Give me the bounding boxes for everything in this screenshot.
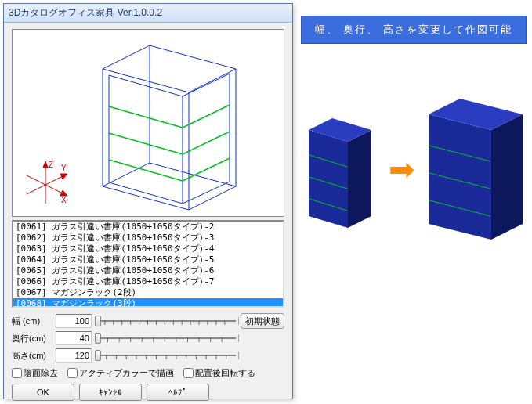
param-label-height: 高さ(cm): [12, 350, 56, 362]
large-shelf-illustration: [425, 95, 527, 243]
depth-slider[interactable]: [95, 331, 237, 345]
list-item[interactable]: [0061] ガラス引違い書庫(1050+1050タイプ)-2: [13, 222, 283, 233]
list-item[interactable]: [0062] ガラス引違い書庫(1050+1050タイプ)-3: [13, 233, 283, 243]
width-input[interactable]: [56, 314, 92, 328]
list-item[interactable]: [0065] ガラス引違い書庫(1050+1050タイプ)-6: [13, 265, 283, 276]
item-listbox[interactable]: [0061] ガラス引違い書庫(1050+1050タイプ)-2[0062] ガラ…: [12, 220, 284, 308]
list-item[interactable]: [0068] マガジンラック(3段): [13, 298, 283, 308]
list-item[interactable]: [0063] ガラス引違い書庫(1050+1050タイプ)-4: [13, 243, 283, 254]
axis-y-label: Y: [61, 164, 67, 172]
svg-line-13: [27, 185, 45, 194]
param-row-width: 幅 (cm) 初期状態: [12, 312, 284, 330]
height-input[interactable]: [56, 348, 92, 363]
small-shelf-illustration: [301, 106, 379, 232]
height-slider[interactable]: [95, 348, 237, 363]
cancel-button[interactable]: ｷｬﾝｾﾙ: [79, 384, 142, 401]
svg-marker-11: [60, 190, 67, 196]
param-label-depth: 奥行(cm): [12, 333, 56, 344]
param-label-width: 幅 (cm): [12, 316, 56, 327]
titlebar: 3Dカタログオフィス家具 Ver.1.0.0.2: [4, 4, 292, 23]
active-color-checkbox[interactable]: アクティブカラーで描画: [67, 367, 174, 379]
svg-marker-7: [43, 161, 48, 168]
depth-input[interactable]: [56, 331, 92, 345]
demo-area: ➡: [301, 91, 527, 247]
svg-line-3: [183, 132, 230, 154]
catalog-dialog: 3Dカタログオフィス家具 Ver.1.0.0.2: [3, 3, 293, 399]
ok-button[interactable]: OK: [12, 384, 74, 401]
reset-button[interactable]: 初期状態: [241, 313, 284, 329]
button-row: OK ｷｬﾝｾﾙ ﾍﾙﾌﾟ: [12, 384, 284, 401]
param-row-height: 高さ(cm): [12, 347, 284, 364]
list-item[interactable]: [0064] ガラス引違い書庫(1050+1050タイプ)-5: [13, 254, 283, 265]
explain-panel: 幅、 奥行、 高さを変更して作図可能 ➡: [301, 16, 527, 247]
window-title: 3Dカタログオフィス家具 Ver.1.0.0.2: [9, 6, 162, 20]
svg-line-0: [109, 106, 183, 128]
axis-z-label: Z: [49, 161, 53, 169]
arrow-icon: ➡: [389, 153, 415, 185]
axes-widget: Z Y X: [22, 160, 69, 207]
hidden-line-checkbox[interactable]: 陰面除去: [12, 367, 58, 379]
axis-x-label: X: [61, 196, 67, 204]
svg-line-5: [183, 158, 230, 181]
wireframe-shelf: [79, 45, 259, 214]
svg-line-1: [183, 105, 230, 128]
svg-line-12: [27, 175, 45, 185]
list-item[interactable]: [0067] マガジンラック(2段): [13, 287, 283, 298]
param-row-depth: 奥行(cm): [12, 330, 284, 347]
svg-marker-9: [60, 174, 67, 179]
svg-marker-66: [429, 114, 491, 240]
checkbox-row: 陰面除去 アクティブカラーで描画 配置後回転する: [12, 367, 284, 379]
param-rows: 幅 (cm) 初期状態 奥行(cm): [12, 312, 284, 364]
rotate-after-checkbox[interactable]: 配置後回転する: [183, 367, 255, 379]
preview-3d-area: Z Y X: [12, 29, 284, 217]
list-item[interactable]: [0066] ガラス引違い書庫(1050+1050タイプ)-7: [13, 276, 283, 287]
svg-marker-61: [348, 130, 371, 228]
caption-box: 幅、 奥行、 高さを変更して作図可能: [301, 16, 527, 44]
help-button[interactable]: ﾍﾙﾌﾟ: [147, 384, 209, 401]
svg-marker-67: [491, 114, 523, 240]
width-slider[interactable]: [95, 314, 237, 328]
svg-line-2: [109, 133, 183, 154]
